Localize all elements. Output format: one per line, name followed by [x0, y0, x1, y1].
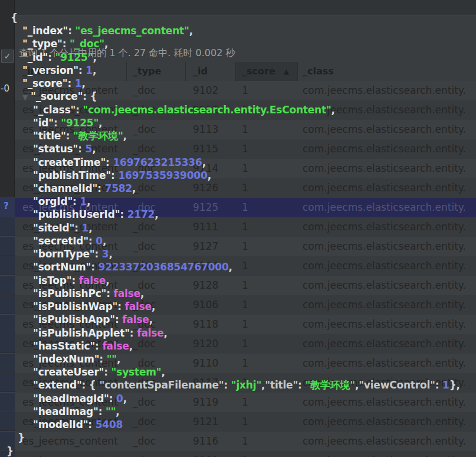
column-label: _class	[303, 62, 334, 81]
cell-_class: com.jeecms.elasticsearch.entity.	[298, 159, 476, 178]
cell-_class: com.jeecms.elasticsearch.entity.	[298, 334, 476, 354]
cell-_id: 9115	[186, 139, 236, 159]
cell-_index: es_jeecms_content	[15, 354, 127, 373]
question-mark-icon[interactable]: ?	[4, 201, 9, 211]
cell-_index: es_jeecms_content	[15, 451, 127, 457]
left-row-block[interactable]	[0, 334, 15, 352]
table-row[interactable]: es_jeecms_content_doc91141com.jeecms.ela…	[15, 159, 476, 178]
table-row[interactable]: es_jeecms_content_doc91271com.jeecms.ela…	[15, 237, 476, 256]
cell-_type: _doc	[127, 256, 186, 276]
cell-_score: 1	[236, 432, 298, 451]
cell-_score: 1	[236, 295, 298, 315]
table-row[interactable]: es_jeecms_content_doc91171com.jeecms.ela…	[15, 373, 476, 393]
left-panel-strip: ✓ -0 ?	[0, 0, 15, 457]
search-status-text: 查询 1 个分片中用的 1 个. 27 命中. 耗时 0.002 秒	[19, 45, 235, 61]
cell-_class: com.jeecms.elasticsearch.entity.	[298, 237, 476, 256]
cell-_score: 1	[236, 237, 298, 256]
left-row-block[interactable]	[0, 256, 15, 275]
cell-_id: 9117	[186, 373, 236, 393]
cell-_class: com.jeecms.elasticsearch.entity.	[298, 198, 476, 217]
cell-_class: com.jeecms.elasticsearch.entity.	[298, 315, 476, 334]
left-row-block[interactable]	[0, 314, 15, 333]
selected-left-cell[interactable]: ?	[0, 197, 15, 217]
cell-_score: 1	[236, 139, 298, 159]
table-row[interactable]: es_jeecms_content_doc91101com.jeecms.ela…	[15, 354, 476, 373]
cell-_class: com.jeecms.elasticsearch.entity.	[298, 393, 476, 412]
table-row[interactable]: es_jeecms_content_doc91151com.jeecms.ela…	[15, 139, 476, 159]
left-row-block[interactable]	[0, 412, 15, 430]
cell-_type: _doc	[127, 373, 186, 393]
cell-_class: com.jeecms.elasticsearch.entity.	[298, 373, 476, 393]
cell-_score: 1	[236, 334, 298, 354]
left-row-block[interactable]	[0, 392, 15, 411]
column-header-_score[interactable]: _score▲	[236, 62, 298, 81]
cell-_class: com.jeecms.elasticsearch.entity.	[298, 451, 476, 457]
table-row[interactable]: es_jeecms_content_doc91181com.jeecms.ela…	[15, 315, 476, 334]
cell-_index: es_jeecms_content	[15, 159, 127, 178]
cell-_type: _doc	[127, 198, 186, 217]
column-header-_id[interactable]: _id	[186, 62, 236, 81]
cell-_score: 1	[236, 81, 298, 100]
table-row[interactable]: es_jeecms_content_doc91191com.jeecms.ela…	[15, 393, 476, 412]
cell-_score: 1	[236, 256, 298, 276]
cell-_index: es_jeecms_content	[15, 178, 127, 198]
cell-_score: 1	[236, 100, 298, 120]
cell-_type: _doc	[127, 451, 186, 457]
table-row[interactable]: es_jeecms_content_doc91281com.jeecms.ela…	[15, 276, 476, 295]
left-row-block[interactable]	[0, 431, 15, 450]
table-row[interactable]: es_jeecms_content_doc91111com.jeecms.ela…	[15, 217, 476, 237]
cell-_type: _doc	[127, 432, 186, 451]
cell-_id: 9102	[186, 81, 236, 100]
cell-_type: _doc	[127, 159, 186, 178]
table-row[interactable]: es_jeecms_content_doc91161com.jeecms.ela…	[15, 432, 476, 451]
cell-_class: com.jeecms.elasticsearch.entity.	[298, 178, 476, 198]
cell-_class: com.jeecms.elasticsearch.entity.	[298, 412, 476, 432]
cell-_index: es_jeecms_content	[15, 120, 127, 139]
cell-_id: 9112	[186, 100, 236, 120]
left-row-block[interactable]	[0, 373, 15, 391]
left-row-block[interactable]	[0, 295, 15, 314]
cell-_type: _doc	[127, 412, 186, 432]
cell-_index: es_jeecms_content	[15, 100, 127, 120]
cell-_type: _doc	[127, 178, 186, 198]
cell-_class: com.jeecms.elasticsearch.entity.	[298, 295, 476, 315]
table-row-selected[interactable]: es_jeecms_content_doc91251com.jeecms.ela…	[15, 198, 476, 217]
cell-_type: _doc	[127, 81, 186, 100]
table-row[interactable]: es_jeecms_content_doc91201com.jeecms.ela…	[15, 334, 476, 354]
left-row-block[interactable]	[0, 236, 15, 255]
cell-_type: _doc	[127, 276, 186, 295]
cell-_score: 1	[236, 354, 298, 373]
cell-_score: 1	[236, 198, 298, 217]
column-header-_index[interactable]: _index	[15, 62, 127, 81]
left-row-block[interactable]	[0, 451, 15, 457]
table-row[interactable]: es_jeecms_content_doc91121com.jeecms.ela…	[15, 100, 476, 120]
checkmark-icon[interactable]: ✓	[1, 50, 14, 63]
left-row-block[interactable]	[0, 275, 15, 294]
cell-_id: 9121	[186, 412, 236, 432]
cell-_index: es_jeecms_content	[15, 256, 127, 276]
sort-ascending-icon: ▲	[284, 62, 289, 81]
table-row[interactable]: es_jeecms_content_doc91261com.jeecms.ela…	[15, 178, 476, 198]
cell-_score: 1	[236, 217, 298, 237]
cell-_id: 9111	[186, 217, 236, 237]
cell-_class: com.jeecms.elasticsearch.entity.	[298, 354, 476, 373]
cell-_class: com.jeecms.elasticsearch.entity.	[298, 120, 476, 139]
cell-_score: 1	[236, 315, 298, 334]
cell-_score: 1	[236, 412, 298, 432]
table-row[interactable]: es_jeecms_content_doc91061com.jeecms.ela…	[15, 295, 476, 315]
table-row[interactable]: es_jeecms_content_doc91011com.jeecms.ela…	[15, 451, 476, 457]
cell-_index: es_jeecms_content	[15, 276, 127, 295]
cell-_id: 9126	[186, 178, 236, 198]
left-row-block[interactable]	[0, 353, 15, 372]
table-row[interactable]: es_jeecms_content_doc91021com.jeecms.ela…	[15, 81, 476, 100]
table-row[interactable]: es_jeecms_content_doc91131com.jeecms.ela…	[15, 120, 476, 139]
table-row[interactable]: es_jeecms_content_doc91211com.jeecms.ela…	[15, 412, 476, 432]
left-row-block[interactable]	[0, 217, 15, 236]
cell-_type: _doc	[127, 217, 186, 237]
cell-_id: 9116	[186, 432, 236, 451]
table-row[interactable]: es_jeecms_content_doc91041com.jeecms.ela…	[15, 256, 476, 276]
column-header-_type[interactable]: _type	[127, 62, 186, 81]
cell-_type: _doc	[127, 393, 186, 412]
column-header-_class[interactable]: _class	[298, 62, 476, 81]
cell-_id: 9113	[186, 120, 236, 139]
